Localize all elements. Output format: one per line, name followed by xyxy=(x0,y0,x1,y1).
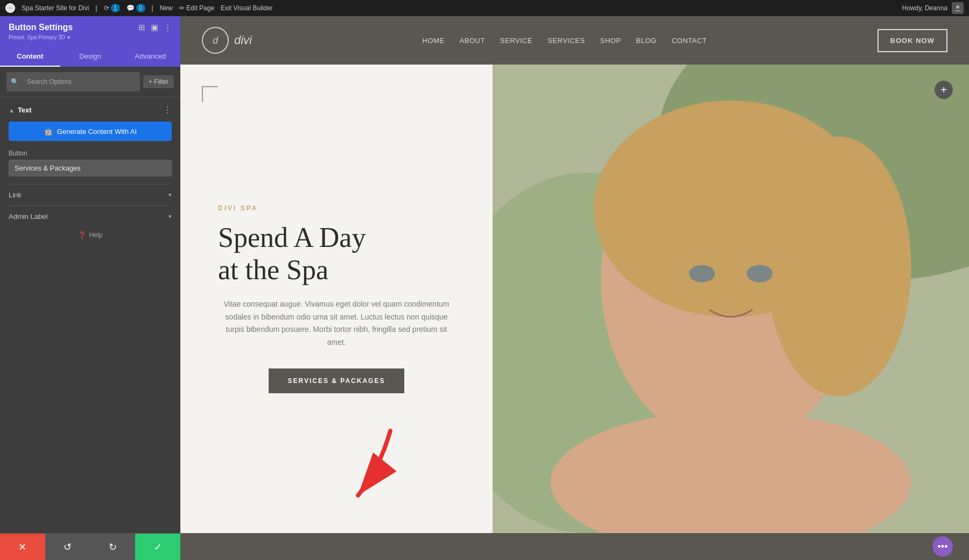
panel-title-row: Button Settings ⊞ ▣ ⋮ xyxy=(9,23,172,32)
columns-icon[interactable]: ▣ xyxy=(151,23,158,32)
panel-header-icons: ⊞ ▣ ⋮ xyxy=(138,23,172,32)
text-section-header: ▲ Text ⋮ xyxy=(9,105,172,115)
edit-page-link[interactable]: ✏ Edit Page xyxy=(179,4,214,12)
panel-tabs: Content Design Advanced xyxy=(0,47,180,67)
hero-image xyxy=(493,65,969,533)
user-avatar[interactable] xyxy=(952,2,964,14)
admin-bar-left: Spa Starter Site for Divi | ⟳ 1 💬 0 | Ne… xyxy=(5,3,273,13)
hero-subtitle: DIVI SPA xyxy=(218,204,455,212)
new-link[interactable]: New xyxy=(160,4,173,12)
panel-content: ▲ Text ⋮ 🤖 Generate Content With AI Butt… xyxy=(0,97,180,533)
search-input[interactable] xyxy=(22,74,136,89)
site-nav: d divi HOME ABOUT SERVICE SERVICES SHOP … xyxy=(180,16,969,65)
site-footer-partial: ••• xyxy=(180,533,969,560)
nav-shop[interactable]: SHOP xyxy=(600,37,621,45)
site-logo: d divi xyxy=(202,27,252,54)
separator-1: | xyxy=(95,4,97,12)
nav-services[interactable]: SERVICES xyxy=(547,37,585,45)
button-field-label: Button xyxy=(9,150,172,157)
nav-service[interactable]: SERVICE xyxy=(500,37,532,45)
link-section-header[interactable]: Link ▾ xyxy=(9,191,172,199)
howdy-section: Howdy, Deanna xyxy=(902,2,964,14)
preset-chevron: ▾ xyxy=(67,34,70,40)
hero-left: DIVI SPA Spend A Day at the Spa Vitae co… xyxy=(180,65,493,533)
updates-icon[interactable]: ⟳ 1 xyxy=(104,4,120,12)
hero-body: Vitae consequat augue. Vivamus eget dolo… xyxy=(218,298,455,349)
site-name[interactable]: Spa Starter Site for Divi xyxy=(22,4,89,12)
panel-title: Button Settings xyxy=(9,23,73,32)
ai-generate-button[interactable]: 🤖 Generate Content With AI xyxy=(9,122,172,141)
filter-button[interactable]: + Filter xyxy=(143,75,174,88)
comments-icon[interactable]: 💬 0 xyxy=(127,4,145,12)
separator-2: | xyxy=(152,4,153,12)
layout-icon[interactable]: ⊞ xyxy=(138,23,145,32)
tab-advanced[interactable]: Advanced xyxy=(120,47,180,67)
tab-content[interactable]: Content xyxy=(0,47,60,67)
panel-header: Button Settings ⊞ ▣ ⋮ Preset: Spa Primar… xyxy=(0,16,180,47)
hero-right: + xyxy=(493,65,969,533)
more-icon[interactable]: ⋮ xyxy=(164,23,172,32)
hero-bracket xyxy=(202,86,218,102)
search-input-wrap: 🔍 xyxy=(6,72,140,91)
add-section-button[interactable]: + xyxy=(935,81,953,99)
button-field-group: Button xyxy=(9,150,172,176)
nav-contact[interactable]: CONTACT xyxy=(672,37,707,45)
help-link[interactable]: ❓ Help xyxy=(9,231,172,239)
nav-links: HOME ABOUT SERVICE SERVICES SHOP BLOG CO… xyxy=(423,37,707,45)
undo-button[interactable]: ↺ xyxy=(45,534,90,560)
admin-label-header[interactable]: Admin Label ▾ xyxy=(9,212,172,221)
nav-about[interactable]: ABOUT xyxy=(460,37,485,45)
cancel-button[interactable]: ✕ xyxy=(0,534,45,560)
admin-label-section: Admin Label ▾ xyxy=(9,205,172,221)
preset-label: Preset: Spa Primary 3D xyxy=(9,34,65,40)
svg-point-1 xyxy=(956,5,959,9)
button-text-input[interactable] xyxy=(9,160,172,176)
exit-builder-link[interactable]: Exit Visual Builder xyxy=(221,4,273,12)
link-chevron-icon: ▾ xyxy=(168,192,172,199)
floating-menu-button[interactable]: ••• xyxy=(932,536,953,557)
logo-text: divi xyxy=(234,33,252,47)
bottom-toolbar: ✕ ↺ ↻ ✓ xyxy=(0,533,180,560)
logo-circle: d xyxy=(202,27,229,54)
admin-label-chevron-icon: ▾ xyxy=(168,213,172,220)
svg-point-9 xyxy=(747,265,773,282)
wordpress-logo[interactable] xyxy=(5,3,15,13)
admin-bar: Spa Starter Site for Divi | ⟳ 1 💬 0 | Ne… xyxy=(0,0,969,16)
howdy-text: Howdy, Deanna xyxy=(902,4,948,12)
save-button[interactable]: ✓ xyxy=(135,534,180,560)
left-panel: Button Settings ⊞ ▣ ⋮ Preset: Spa Primar… xyxy=(0,16,180,560)
preset-row[interactable]: Preset: Spa Primary 3D ▾ xyxy=(9,34,172,40)
nav-home[interactable]: HOME xyxy=(423,37,445,45)
site-preview: d divi HOME ABOUT SERVICE SERVICES SHOP … xyxy=(180,16,969,560)
tab-design[interactable]: Design xyxy=(60,47,121,67)
ai-icon: 🤖 xyxy=(44,127,53,136)
search-icon: 🔍 xyxy=(11,78,19,86)
hero-cta-button[interactable]: SERVICES & PACKAGES xyxy=(269,368,405,393)
svg-point-7 xyxy=(767,137,911,396)
hero-section: DIVI SPA Spend A Day at the Spa Vitae co… xyxy=(180,65,969,533)
book-now-button[interactable]: BOOK NOW xyxy=(877,29,947,52)
link-section: Link ▾ xyxy=(9,184,172,199)
text-chevron-icon[interactable]: ▲ xyxy=(9,107,15,114)
svg-point-8 xyxy=(689,265,715,282)
nav-blog[interactable]: BLOG xyxy=(636,37,657,45)
text-section-title: ▲ Text xyxy=(9,106,32,114)
hero-title: Spend A Day at the Spa xyxy=(218,222,455,286)
help-icon: ❓ xyxy=(78,231,86,239)
search-row: 🔍 + Filter xyxy=(0,67,180,97)
main-layout: Button Settings ⊞ ▣ ⋮ Preset: Spa Primar… xyxy=(0,16,969,560)
redo-button[interactable]: ↻ xyxy=(90,534,136,560)
logo-d-letter: d xyxy=(213,35,218,46)
admin-bar-right: Howdy, Deanna xyxy=(902,2,964,14)
text-section-more[interactable]: ⋮ xyxy=(163,105,172,115)
